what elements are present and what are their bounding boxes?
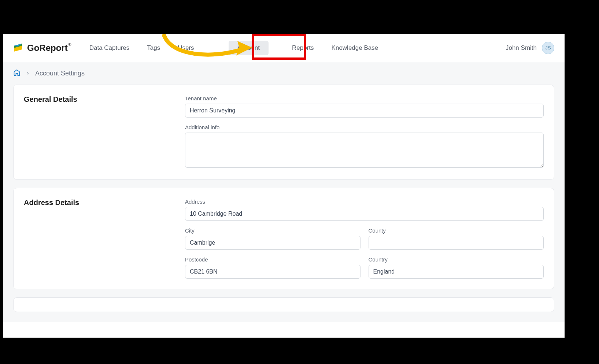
app-header: GoReport® Data Captures Tags Users Accou…: [3, 34, 565, 62]
nav-reports[interactable]: Reports: [283, 41, 323, 55]
tenant-name-label: Tenant name: [185, 95, 544, 101]
additional-info-input[interactable]: [185, 133, 544, 168]
content-area: General Details Tenant name Additional i…: [3, 85, 565, 322]
city-input[interactable]: [185, 236, 360, 250]
country-input[interactable]: [369, 265, 544, 279]
tenant-name-input[interactable]: [185, 104, 544, 118]
logo-icon: [13, 43, 23, 53]
city-label: City: [185, 227, 360, 234]
breadcrumb: Account Settings: [3, 62, 565, 85]
section-title-address: Address Details: [24, 198, 170, 207]
address-input[interactable]: [185, 207, 544, 221]
breadcrumb-page: Account Settings: [35, 70, 85, 77]
nav-data-captures[interactable]: Data Captures: [81, 41, 138, 55]
additional-info-label: Additional info: [185, 124, 544, 130]
chevron-right-icon: [26, 70, 30, 77]
address-details-card: Address Details Address City County: [13, 188, 554, 289]
postcode-label: Postcode: [185, 256, 360, 263]
county-label: County: [369, 227, 544, 234]
section-title-general: General Details: [24, 95, 170, 104]
nav-account[interactable]: Account: [229, 41, 269, 55]
general-details-card: General Details Tenant name Additional i…: [13, 85, 554, 180]
country-label: Country: [369, 256, 544, 263]
brand-name: GoReport®: [27, 43, 68, 53]
home-icon[interactable]: [13, 69, 21, 78]
main-nav: Data Captures Tags Users Account Reports…: [81, 41, 387, 55]
user-name[interactable]: John Smith: [506, 44, 537, 52]
nav-knowledge-base[interactable]: Knowledge Base: [323, 41, 387, 55]
nav-tags[interactable]: Tags: [138, 41, 169, 55]
next-card-peek: [13, 297, 554, 312]
nav-users[interactable]: Users: [169, 41, 203, 55]
avatar[interactable]: JS: [542, 42, 554, 54]
county-input[interactable]: [369, 236, 544, 250]
postcode-input[interactable]: [185, 265, 360, 279]
address-label: Address: [185, 198, 544, 205]
brand-logo[interactable]: GoReport®: [13, 43, 68, 53]
